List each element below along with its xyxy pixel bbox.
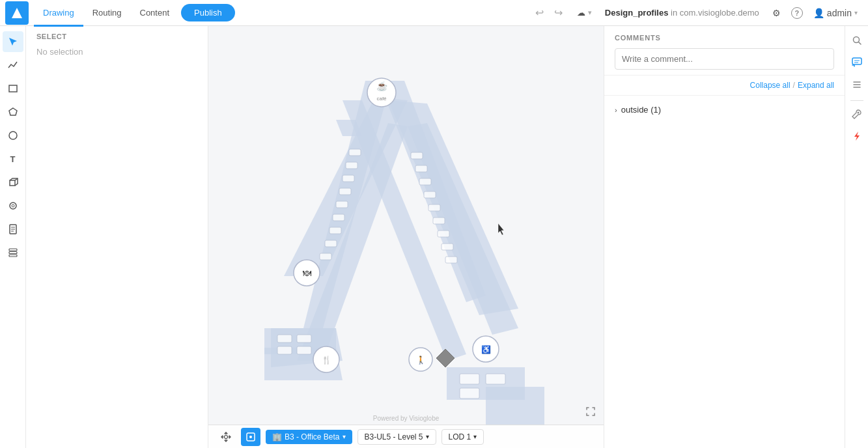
svg-rect-45	[329, 227, 341, 234]
search-panel-button[interactable]	[848, 31, 866, 49]
svg-point-64	[225, 435, 228, 438]
select-mode-button[interactable]	[241, 428, 260, 446]
fullscreen-button[interactable]	[583, 404, 598, 422]
document-tool-button[interactable]	[3, 219, 23, 240]
tab-routing[interactable]: Routing	[83, 1, 131, 27]
svg-text:🍴: 🍴	[321, 355, 331, 365]
comment-group-label: outside (1)	[621, 105, 661, 115]
svg-rect-55	[441, 244, 453, 250]
user-dropdown-icon: ▾	[854, 9, 858, 16]
tab-drawing[interactable]: Drawing	[34, 1, 83, 27]
svg-rect-44	[333, 214, 344, 221]
svg-rect-53	[433, 217, 445, 224]
select-tool-button[interactable]	[3, 31, 23, 52]
svg-rect-49	[415, 165, 427, 172]
svg-point-75	[857, 112, 859, 114]
collapse-all-link[interactable]: Collapse all	[750, 81, 791, 90]
svg-rect-42	[339, 188, 351, 195]
history-controls: ↩ ↪	[531, 4, 567, 21]
comments-list: › outside (1)	[604, 96, 845, 448]
lod-select-button[interactable]: LOD 1 ▾	[441, 429, 484, 445]
floor-dropdown-arrow: ▾	[343, 433, 346, 440]
rectangle-tool-button[interactable]	[3, 78, 23, 99]
pan-tool-button[interactable]	[216, 428, 236, 446]
svg-text:♿: ♿	[481, 344, 490, 354]
level-select-button[interactable]: B3-UL5 - Level 5 ▾	[357, 429, 436, 445]
analytics-tool-button[interactable]	[3, 55, 23, 76]
floor-select-button[interactable]: 🏢 B3 - Office Beta ▾	[266, 430, 352, 444]
settings-icon: ⚙	[772, 8, 781, 18]
svg-rect-50	[419, 178, 431, 185]
lightning-panel-button[interactable]	[848, 127, 866, 145]
expand-all-link[interactable]: Expand all	[798, 81, 834, 90]
svg-rect-69	[852, 58, 861, 64]
svg-marker-2	[9, 108, 17, 115]
cloud-sync-button[interactable]: ☁ ▾	[572, 5, 597, 20]
undo-button[interactable]: ↩	[531, 4, 548, 21]
svg-rect-58	[297, 335, 311, 343]
comment-group-outside[interactable]: › outside (1)	[615, 101, 834, 119]
help-button[interactable]: ?	[786, 5, 808, 21]
svg-text:🍽: 🍽	[302, 268, 311, 278]
svg-line-68	[858, 42, 861, 45]
lod-label: LOD 1	[449, 432, 471, 441]
cloud-icon: ☁	[577, 8, 585, 18]
terrain-tool-button[interactable]	[3, 195, 23, 216]
svg-rect-51	[424, 191, 436, 198]
svg-rect-61	[460, 374, 479, 384]
right-panel: COMMENTS Collapse all / Expand all › out…	[604, 26, 845, 448]
svg-rect-52	[428, 204, 440, 211]
comment-input[interactable]	[615, 48, 834, 70]
floor-building-icon: 🏢	[272, 432, 282, 441]
svg-text:café: café	[376, 96, 387, 102]
circle-tool-button[interactable]	[3, 125, 23, 146]
redo-button[interactable]: ↪	[550, 4, 567, 21]
powered-by-label: Powered by Visioglobe	[373, 415, 440, 422]
svg-rect-39	[349, 149, 361, 156]
svg-rect-57	[277, 335, 292, 343]
svg-rect-54	[438, 231, 449, 237]
user-icon: 👤	[813, 8, 824, 18]
svg-rect-41	[343, 175, 354, 182]
help-icon: ?	[791, 7, 803, 19]
user-name-label: admin	[827, 8, 852, 18]
document-title: Design_profiles in com.visioglobe.demo	[605, 8, 759, 18]
svg-rect-60	[297, 346, 311, 354]
svg-rect-40	[346, 162, 357, 169]
comments-header: COMMENTS	[604, 26, 845, 76]
polygon-tool-button[interactable]	[3, 102, 23, 122]
tab-content[interactable]: Content	[131, 1, 179, 27]
publish-button[interactable]: Publish	[181, 4, 235, 21]
svg-rect-46	[325, 240, 337, 247]
svg-marker-76	[854, 132, 860, 141]
user-menu-button[interactable]: 👤 admin ▾	[808, 5, 863, 21]
canvas-area[interactable]: .fp-fill { fill: #c8d4e8; opacity: 0.7; …	[208, 26, 604, 448]
comments-title: COMMENTS	[615, 34, 834, 42]
right-icon-bar	[845, 26, 868, 448]
svg-point-6	[10, 203, 16, 209]
comments-panel-button[interactable]	[848, 53, 866, 72]
3d-tool-button[interactable]	[3, 172, 23, 193]
collapse-expand-row: Collapse all / Expand all	[604, 76, 845, 96]
svg-rect-13	[9, 252, 17, 254]
svg-rect-12	[9, 249, 17, 251]
svg-text:🚶: 🚶	[415, 355, 425, 365]
no-selection-label: No selection	[26, 44, 208, 59]
svg-rect-56	[445, 257, 457, 263]
cloud-dropdown-icon: ▾	[588, 8, 592, 17]
svg-rect-62	[486, 374, 505, 384]
settings-button[interactable]: ⚙	[767, 5, 786, 21]
list-panel-button[interactable]	[848, 76, 866, 94]
svg-point-7	[12, 204, 14, 207]
bottom-bar: 🏢 B3 - Office Beta ▾ B3-UL5 - Level 5 ▾ …	[208, 425, 604, 448]
layers-tool-button[interactable]	[3, 242, 23, 263]
main-layout: T SELECT No selection .fp-fill { fill: #…	[0, 26, 868, 448]
top-navigation: Drawing Routing Content Publish ↩ ↪ ☁ ▾ …	[0, 0, 868, 26]
svg-marker-0	[12, 8, 22, 18]
tools-panel-button[interactable]	[848, 105, 866, 123]
text-tool-button[interactable]: T	[3, 148, 23, 169]
floor-label: B3 - Office Beta	[285, 432, 340, 441]
logo-button[interactable]	[5, 1, 29, 25]
svg-rect-63	[460, 388, 479, 399]
svg-rect-43	[336, 201, 348, 208]
